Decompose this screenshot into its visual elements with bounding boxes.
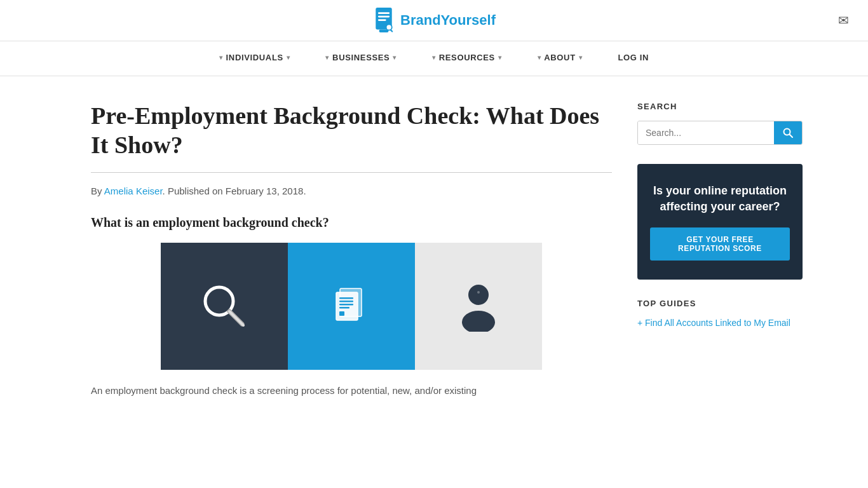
logo-text: BrandYourself	[400, 12, 496, 29]
arrow-icon-3: ▾	[432, 54, 436, 61]
dropdown-arrow-resources: ▾	[498, 54, 502, 61]
svg-point-19	[477, 291, 480, 294]
person-icon	[453, 281, 504, 332]
image-panel-left	[161, 243, 288, 370]
logo-link[interactable]: BrandYourself	[372, 8, 496, 33]
image-panel-right	[415, 243, 542, 370]
arrow-icon-4: ▾	[538, 54, 541, 61]
svg-rect-3	[378, 16, 390, 18]
magnifying-glass-icon	[199, 281, 250, 332]
article: Pre-Employment Background Check: What Do…	[91, 102, 612, 399]
dropdown-arrow-individuals: ▾	[287, 54, 290, 61]
main-nav: ▾ INDIVIDUALS ▾ ▾ BUSINESSES ▾ ▾ RESOURC…	[0, 41, 868, 76]
nav-item-resources[interactable]: ▾ RESOURCES ▾	[414, 41, 520, 76]
article-byline: By Amelia Keiser. Published on February …	[91, 186, 612, 196]
top-guides-heading: TOP GUIDES	[637, 299, 803, 308]
svg-point-17	[468, 285, 489, 305]
byline-suffix: . Published on February 13, 2018.	[163, 186, 306, 196]
svg-point-18	[462, 311, 495, 332]
svg-rect-15	[339, 307, 349, 309]
article-image	[161, 243, 542, 370]
search-input[interactable]	[638, 121, 774, 144]
svg-rect-12	[339, 297, 353, 299]
main-content: Pre-Employment Background Check: What Do…	[27, 76, 841, 424]
sidebar-ad-section: Is your online reputation affecting your…	[637, 164, 803, 280]
logo-icon	[372, 8, 395, 33]
article-body: An employment background check is a scre…	[91, 383, 612, 399]
svg-rect-2	[378, 12, 390, 14]
site-header: BrandYourself ✉	[0, 0, 868, 41]
image-panel-middle	[288, 243, 415, 370]
section-heading: What is an employment background check?	[91, 215, 612, 230]
sidebar-top-guides: TOP GUIDES + Find All Accounts Linked to…	[637, 299, 803, 328]
sidebar-search-section: SEARCH	[637, 102, 803, 145]
ad-banner: Is your online reputation affecting your…	[637, 164, 803, 280]
nav-label-login: LOG IN	[618, 53, 649, 62]
nav-item-businesses[interactable]: ▾ BUSINESSES ▾	[308, 41, 414, 76]
title-divider	[91, 172, 612, 173]
author-link[interactable]: Amelia Keiser	[104, 186, 163, 196]
svg-rect-11	[336, 292, 358, 320]
svg-rect-4	[378, 19, 386, 21]
document-icon	[326, 281, 377, 332]
svg-rect-13	[339, 301, 353, 302]
nav-item-individuals[interactable]: ▾ INDIVIDUALS ▾	[201, 41, 308, 76]
ad-text: Is your online reputation affecting your…	[650, 183, 790, 215]
byline-prefix: By	[91, 186, 104, 196]
dropdown-arrow-about: ▾	[579, 54, 583, 61]
email-icon[interactable]: ✉	[838, 13, 849, 28]
nav-item-login[interactable]: LOG IN	[600, 41, 667, 76]
search-button[interactable]	[774, 121, 802, 144]
guide-link-1[interactable]: + Find All Accounts Linked to My Email	[637, 318, 803, 328]
search-heading: SEARCH	[637, 102, 803, 111]
search-box	[637, 121, 803, 145]
nav-item-about[interactable]: ▾ ABOUT ▾	[520, 41, 600, 76]
nav-label-resources: RESOURCES	[439, 53, 495, 62]
dropdown-arrow-businesses: ▾	[393, 54, 397, 61]
ad-cta-button[interactable]: GET YOUR FREE REPUTATION SCORE	[650, 227, 790, 261]
nav-label-individuals: INDIVIDUALS	[226, 53, 283, 62]
svg-line-9	[229, 311, 243, 325]
svg-line-21	[790, 135, 793, 138]
search-icon	[783, 128, 793, 138]
article-title: Pre-Employment Background Check: What Do…	[91, 102, 612, 159]
nav-label-about: ABOUT	[544, 53, 575, 62]
svg-point-5	[386, 24, 392, 30]
sidebar: SEARCH Is your online reputation affecti…	[637, 102, 803, 399]
svg-rect-16	[339, 311, 344, 316]
arrow-icon-2: ▾	[325, 54, 329, 61]
arrow-icon: ▾	[219, 54, 223, 61]
nav-label-businesses: BUSINESSES	[332, 53, 390, 62]
svg-rect-14	[339, 304, 353, 306]
